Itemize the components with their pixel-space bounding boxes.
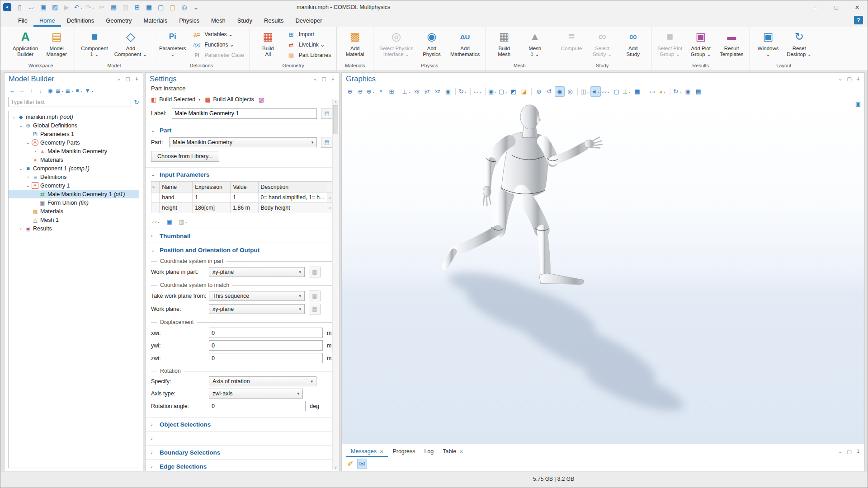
new-file-icon[interactable]: ▯ [14, 2, 25, 13]
minimize-button[interactable]: – [805, 0, 826, 14]
environment-reflection-icon[interactable]: ▱⌄ [601, 86, 611, 97]
mesh-1-button[interactable]: ▲ Mesh 1 ⌄ [520, 28, 550, 57]
delete-icon[interactable]: ▦ [143, 2, 155, 13]
tree-item-mesh-1[interactable]: △ Mesh 1 [9, 216, 139, 224]
add-study-button[interactable]: ∞ Add Study [618, 28, 648, 57]
tab-developer[interactable]: Developer [289, 15, 328, 27]
tree-item-male-manikin-geometry-part[interactable]: › ▲ Male Manikin Geometry [9, 147, 139, 155]
part-list-icon[interactable]: ▤ [321, 137, 333, 148]
information-float-icon[interactable]: ▢ [847, 449, 851, 455]
tab-geometry[interactable]: Geometry [100, 15, 137, 27]
expand-arrow[interactable]: › [18, 226, 24, 231]
tree-back-icon[interactable]: ← [8, 86, 16, 95]
col-description[interactable]: Description [258, 182, 327, 192]
section-position-orientation[interactable]: ⌄ Position and Orientation of Output [151, 247, 333, 253]
open-messages-window-icon[interactable]: ✉ [357, 459, 367, 469]
help-button[interactable]: ? [854, 16, 863, 24]
settings-menu-icon[interactable]: ⌄ [313, 76, 317, 82]
orthographic-icon[interactable]: ▢ [612, 86, 622, 97]
reset-desktop-button[interactable]: ↻ Reset Desktop ⌄ [784, 28, 814, 57]
take-work-plane-select[interactable]: This sequence ▾ [209, 291, 305, 301]
tab-table[interactable]: Table ✕ [438, 446, 467, 457]
grid-icon[interactable]: ▦ [632, 86, 642, 97]
col-name[interactable]: Name [160, 182, 193, 192]
tree-item-component-1[interactable]: ⌄ ■ Component 1 (comp1) [9, 164, 139, 173]
zwi-input[interactable] [209, 353, 323, 363]
tree-item-materials-global[interactable]: ● Materials [9, 155, 139, 164]
clip-plane-icon[interactable]: ◫⌄ [580, 86, 590, 97]
save-as-icon[interactable]: ▨ [49, 2, 61, 13]
model-builder-float-icon[interactable]: ▢ [125, 76, 130, 82]
tree-item-geometry-parts[interactable]: ⌄ A Geometry Parts [9, 138, 139, 147]
tab-study[interactable]: Study [231, 15, 258, 27]
functions-button[interactable]: f(x) Functions ⌄ [189, 40, 246, 49]
part-libraries-button[interactable]: ▥ Part Libraries [284, 51, 333, 60]
rotation-angle-input[interactable] [209, 401, 306, 411]
select-box-icon[interactable]: ▣⌄ [488, 86, 498, 97]
expand-arrow[interactable]: › [32, 149, 38, 154]
copy-icon[interactable]: ▤ [108, 2, 119, 13]
open-file-icon[interactable]: ▱ [26, 2, 37, 13]
add-plot-group-button[interactable]: ▣ Add Plot Group ⌄ [686, 28, 716, 57]
expand-arrow[interactable]: › [25, 175, 31, 179]
col-value[interactable]: Value [231, 182, 258, 192]
scroll-down-icon[interactable]: ∨ [333, 465, 339, 469]
import-button[interactable]: ⊞ Import [284, 30, 333, 39]
build-all-button[interactable]: ▦ Build All [253, 28, 283, 57]
add-material-button[interactable]: ▩ Add Material [340, 28, 370, 57]
select-entities-icon[interactable]: ◩ [509, 86, 519, 97]
table-corner[interactable]: » [151, 182, 160, 192]
print-icon[interactable]: ▤ [693, 86, 703, 97]
tree-item-form-union[interactable]: ▣ Form Union (fin) [9, 198, 139, 207]
tab-log[interactable]: Log [420, 446, 438, 457]
section-thumbnail[interactable]: › Thumbnail [151, 233, 333, 239]
reset-hiding-icon[interactable]: ↺ [544, 86, 554, 97]
model-tree-node-icon[interactable]: ≡⌄ [75, 86, 83, 95]
tab-progress[interactable]: Progress [388, 446, 420, 457]
application-builder-button[interactable]: A Application Builder [10, 28, 41, 57]
work-plane-select[interactable]: xy-plane ▾ [209, 304, 305, 314]
component-1-button[interactable]: ■ Component 1 ⌄ [78, 28, 110, 57]
tab-file[interactable]: File [12, 15, 33, 27]
tab-physics[interactable]: Physics [173, 15, 205, 27]
settings-float-icon[interactable]: ▢ [321, 76, 326, 82]
view-yz-icon[interactable]: yz [422, 86, 432, 97]
filter-icon[interactable]: ▼⌄ [85, 86, 94, 95]
annotation-icon[interactable]: ▭ [647, 86, 657, 97]
parameter-table-icon[interactable]: ▥⌄ [178, 216, 188, 227]
scrollbar-thumb[interactable] [333, 105, 338, 134]
scroll-up-icon[interactable]: ∧ [333, 100, 339, 104]
zoom-box-icon[interactable]: ⊕⌄ [366, 86, 376, 97]
tab-mesh[interactable]: Mesh [205, 15, 231, 27]
duplicate-icon[interactable]: ⊞ [132, 2, 143, 13]
transparency-icon[interactable]: ▱⌄ [473, 86, 483, 97]
variables-button[interactable]: a= Variables ⌄ [189, 30, 246, 39]
table-scroll-down-icon[interactable]: ∨ [327, 203, 333, 213]
pop-out-icon[interactable]: ▣ [855, 100, 861, 107]
expand-arrow[interactable]: ⌄ [10, 115, 17, 119]
section-input-parameters[interactable]: ⌄ Input Parameters [151, 171, 333, 178]
collapse-all-icon[interactable]: ≣⌄ [66, 86, 74, 95]
graphics-menu-icon[interactable]: ⌄ [838, 76, 842, 82]
table-scroll-up-icon[interactable]: ∧ [327, 192, 333, 203]
tab-materials[interactable]: Materials [137, 15, 173, 27]
table-row-height[interactable]: height 186[cm] 1.86 m Body height ∨ [151, 203, 333, 213]
find-icon[interactable]: ◎ [179, 2, 190, 13]
tree-item-manikin-root[interactable]: ⌄ ◆ manikin.mph (root) [9, 113, 139, 121]
information-pin-icon[interactable]: ↧ [856, 449, 860, 455]
graphics-float-icon[interactable]: ▢ [847, 76, 851, 82]
part-select[interactable]: Male Manikin Geometry ▾ [169, 137, 317, 147]
scene-light-icon[interactable]: ◄⌄ [590, 86, 601, 97]
specify-select[interactable]: Axis of rotation ▾ [209, 376, 316, 386]
ywi-input[interactable] [209, 340, 323, 351]
maximize-button[interactable]: □ [826, 0, 847, 14]
label-input[interactable] [172, 108, 317, 119]
expand-arrow[interactable]: ⌄ [18, 123, 24, 128]
tab-definitions[interactable]: Definitions [61, 15, 100, 27]
add-physics-button[interactable]: ◉ Add Physics [417, 28, 447, 57]
tab-messages[interactable]: Messages ✕ [346, 446, 388, 457]
save-icon[interactable]: ▣ [38, 2, 49, 13]
graphics-canvas[interactable]: ▣ [342, 98, 864, 444]
expand-all-icon[interactable]: ≣⌄ [56, 86, 64, 95]
update-scene-icon[interactable]: ↻⌄ [673, 86, 683, 97]
